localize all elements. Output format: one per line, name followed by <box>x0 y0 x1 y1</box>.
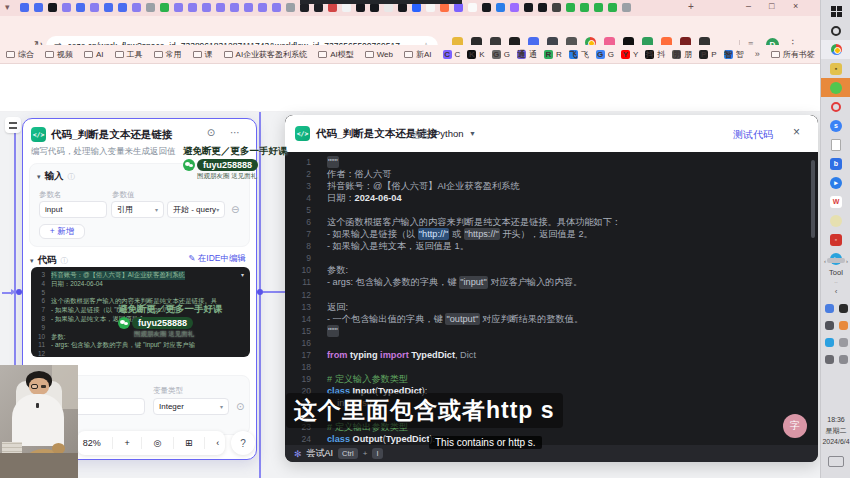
browser-tab[interactable] <box>300 3 309 12</box>
editor-scrollbar[interactable] <box>811 160 815 238</box>
browser-tab[interactable] <box>146 3 155 12</box>
browser-tab[interactable] <box>188 3 197 12</box>
bookmark-shortcut[interactable]: CC <box>443 49 461 60</box>
bookmark-shortcut[interactable]: 飞飞 <box>569 49 589 60</box>
taskbar-app[interactable]: b <box>821 154 850 173</box>
zoom-level[interactable]: 82% <box>83 438 101 448</box>
browser-tab[interactable] <box>34 3 43 12</box>
browser-tab[interactable] <box>244 3 253 12</box>
browser-tab[interactable] <box>118 3 127 12</box>
browser-tab[interactable] <box>384 3 393 12</box>
collapse-toolbar-icon[interactable]: ‹ <box>216 438 219 448</box>
bookmark-folder[interactable]: 视频 <box>45 49 73 60</box>
browser-tab[interactable] <box>524 3 533 12</box>
browser-tab[interactable] <box>230 3 239 12</box>
browser-tab[interactable] <box>538 3 547 12</box>
browser-tab[interactable] <box>608 3 617 12</box>
app-icon[interactable]: b <box>830 158 842 170</box>
notepad-icon[interactable] <box>831 139 841 151</box>
app-icon[interactable] <box>830 215 842 227</box>
app-icon[interactable] <box>831 102 841 112</box>
all-bookmarks[interactable]: 所有书签 <box>771 49 815 60</box>
tray-icon[interactable] <box>822 317 836 334</box>
tray-icon[interactable] <box>836 317 850 334</box>
taskbar-scroll[interactable]: ‹› <box>824 256 848 265</box>
output-config-icon[interactable]: ⊙ <box>236 401 244 412</box>
language-select[interactable]: Python <box>434 128 464 139</box>
browser-tab[interactable] <box>286 3 295 12</box>
browser-tab[interactable] <box>62 3 71 12</box>
chevron-down-icon[interactable]: ▼ <box>469 130 476 137</box>
panel-toggle-button[interactable] <box>5 117 21 133</box>
windows-start-icon[interactable] <box>831 6 842 17</box>
app-icon[interactable]: s <box>830 120 842 132</box>
edit-in-ide-link[interactable]: ✎ 在IDE中编辑 <box>188 253 246 265</box>
browser-tab[interactable] <box>412 3 421 12</box>
bookmark-shortcut[interactable]: YY <box>621 49 638 60</box>
tray-icon[interactable] <box>836 300 850 317</box>
browser-tab[interactable] <box>216 3 225 12</box>
taskbar-app[interactable] <box>821 135 850 154</box>
bookmark-shortcut[interactable]: KK <box>467 49 484 60</box>
taskbar-app[interactable] <box>821 211 850 230</box>
browser-tab[interactable] <box>90 3 99 12</box>
bookmark-folder[interactable]: AI模型 <box>318 49 354 60</box>
tray-icon[interactable] <box>822 300 836 317</box>
browser-tab[interactable] <box>20 3 29 12</box>
app-icon[interactable]: ▸ <box>830 177 842 189</box>
tray-icon[interactable] <box>836 351 850 368</box>
bookmark-shortcut[interactable]: GG <box>492 49 510 60</box>
browser-tab[interactable] <box>468 3 477 12</box>
browser-tab[interactable] <box>272 3 281 12</box>
bookmark-shortcut[interactable]: RR <box>544 49 562 60</box>
browser-tab[interactable] <box>370 3 379 12</box>
param-source-select[interactable]: 开始 - query▾ <box>167 201 225 218</box>
window-minimize-button[interactable]: – <box>746 1 751 11</box>
browser-tab[interactable] <box>440 3 449 12</box>
param-name-input[interactable]: input <box>39 201 107 218</box>
app-icon[interactable]: ◦ <box>830 234 842 246</box>
taskbar-app[interactable]: ▸ <box>821 173 850 192</box>
input-section-header[interactable]: ▾ 输入 ⓘ <box>37 170 75 183</box>
browser-tab[interactable] <box>314 3 323 12</box>
bookmark-folder[interactable]: AI企业获客盈利系统 <box>224 49 308 60</box>
bookmark-shortcut[interactable]: PP <box>699 49 716 60</box>
app-icon[interactable]: W <box>830 196 842 208</box>
browser-tab[interactable] <box>48 3 57 12</box>
browser-tab[interactable] <box>426 3 435 12</box>
browser-tab[interactable] <box>552 3 561 12</box>
app-icon[interactable]: ▪ <box>830 63 842 75</box>
taskbar-app[interactable]: s <box>821 116 850 135</box>
bookmarks-overflow-chevron[interactable]: » <box>755 49 760 59</box>
output-type-select[interactable]: Integer▾ <box>153 398 229 415</box>
floating-subtitle-button[interactable]: 字 <box>783 414 807 438</box>
browser-tab[interactable] <box>510 3 519 12</box>
browser-tab[interactable] <box>580 3 589 12</box>
new-tab-button[interactable]: + <box>688 1 694 12</box>
browser-tab[interactable] <box>398 3 407 12</box>
help-button[interactable]: ? <box>231 431 255 455</box>
zoom-in-button[interactable]: + <box>124 438 129 448</box>
browser-tab[interactable] <box>356 3 365 12</box>
taskbar-app[interactable]: W <box>821 192 850 211</box>
window-close-button[interactable]: × <box>793 1 798 11</box>
bookmark-shortcut[interactable]: 智智 <box>724 49 744 60</box>
taskbar-app[interactable] <box>821 40 850 59</box>
tab-search-chevron-icon[interactable]: ▾ <box>5 2 10 12</box>
bookmark-folder[interactable]: 常用 <box>154 49 182 60</box>
add-param-button[interactable]: + 新增 <box>39 224 85 239</box>
browser-tab[interactable] <box>328 3 337 12</box>
browser-tab[interactable] <box>174 3 183 12</box>
remove-param-icon[interactable]: ⊖ <box>231 204 239 215</box>
taskbar-app[interactable] <box>821 78 850 97</box>
bookmark-folder[interactable]: AI <box>84 49 104 60</box>
bookmark-folder[interactable]: 新AI <box>404 49 432 60</box>
taskbar-app[interactable] <box>821 97 850 116</box>
expand-icon[interactable]: ▾ <box>241 271 244 278</box>
browser-tab[interactable] <box>258 3 267 12</box>
bookmark-shortcut[interactable]: 朋朋 <box>672 49 692 60</box>
code-section-header[interactable]: ▾ 代码 ⓘ <box>30 254 68 267</box>
bookmark-folder[interactable]: 综合 <box>6 49 34 60</box>
browser-tab[interactable] <box>482 3 491 12</box>
caret-down-icon[interactable]: ▾ <box>30 257 34 265</box>
